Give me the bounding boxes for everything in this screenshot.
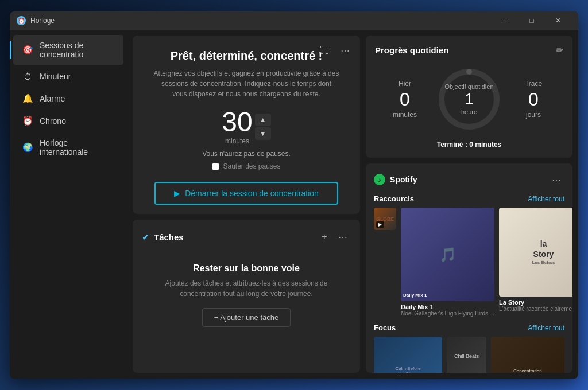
sidebar-label-minuteur: Minuteur: [40, 72, 71, 81]
donut-center: Objectif quotidien 1 heure: [445, 83, 494, 115]
shortcut-subtitle-3: L'actualité racontée clairement et...: [499, 306, 572, 312]
tasks-title: Tâches: [154, 232, 312, 242]
album-art-3: la Story Les Échos: [499, 208, 572, 297]
skip-pauses-checkbox[interactable]: [212, 163, 219, 170]
focus-card: ⛶ ⋯ Prêt, déterminé, concentré ! Atteign…: [133, 36, 360, 214]
timer-value: 30: [222, 108, 252, 136]
stat-yesterday: Hier 0 minutes: [375, 80, 435, 119]
spotify-title: Spotify: [390, 175, 548, 184]
shortcut-item-1[interactable]: GLOBE ▶: [374, 208, 396, 317]
fullscreen-icon[interactable]: ⛶: [316, 42, 332, 58]
sidebar-label-horloge: Horloge internationale: [40, 138, 114, 157]
sidebar-item-chrono[interactable]: ⏰ Chrono: [13, 110, 123, 132]
trace-unit: jours: [504, 111, 563, 119]
shortcut-img-3: la Story Les Échos: [499, 208, 572, 297]
sidebar-item-alarme[interactable]: 🔔 Alarme: [13, 88, 123, 110]
trace-label: Trace: [504, 80, 563, 88]
shortcut-img-2: 🎵 Daily Mix 1: [401, 208, 494, 301]
main-area: ⛶ ⋯ Prêt, déterminé, concentré ! Atteign…: [127, 30, 578, 379]
right-column: Progrès quotidien ✏ Hier 0 minutes: [366, 36, 572, 373]
edit-icon[interactable]: ✏: [556, 45, 563, 56]
sidebar-item-horloge[interactable]: 🌍 Horloge internationale: [13, 132, 123, 162]
close-button[interactable]: ✕: [545, 11, 571, 30]
album-art-4: Calm Beforethe Storm: [374, 337, 442, 373]
start-button-label: Démarrer la session de concentration: [185, 189, 319, 198]
play-icon: ▶: [174, 189, 180, 198]
maximize-button[interactable]: □: [519, 11, 545, 30]
progress-header: Progrès quotidien ✏: [375, 45, 563, 56]
footer-prefix: Terminé :: [437, 141, 469, 149]
alarme-icon: 🔔: [22, 93, 33, 104]
progress-donut: Objectif quotidien 1 heure: [435, 65, 504, 134]
app-icon: ⏰: [17, 16, 26, 25]
progress-card: Progrès quotidien ✏ Hier 0 minutes: [366, 36, 572, 158]
focus-row: Focus Afficher tout: [374, 323, 564, 332]
tasks-checkmark-icon: ✔: [142, 232, 149, 243]
album-art-6: ConcentrationMaximum: [491, 337, 564, 373]
focus-card-icons: ⛶ ⋯: [316, 42, 353, 58]
sidebar-label-sessions: Sessions de concentratio: [40, 41, 114, 59]
main-content: 🎯 Sessions de concentratio ⏱ Minuteur 🔔 …: [10, 30, 578, 379]
shortcut-title-2: Daily Mix 1: [401, 303, 494, 310]
timer-increment[interactable]: ▲: [255, 114, 271, 126]
shortcut-item-3[interactable]: la Story Les Échos La Story L'actualité …: [499, 208, 572, 317]
start-btn-wrapper: ▶ Démarrer la session de concentration: [142, 182, 351, 205]
progress-stats: Hier 0 minutes Objectif quotidien 1: [375, 65, 563, 134]
spotify-card: ♪ Spotify ⋯ Raccourcis Afficher tout GLO…: [366, 163, 572, 373]
goal-label: Objectif quotidien: [445, 83, 494, 90]
yesterday-value: 0: [375, 90, 435, 108]
add-task-button[interactable]: + Ajouter une tâche: [202, 308, 291, 327]
focus-item-3[interactable]: ConcentrationMaximum Concentration Maxim…: [491, 337, 564, 373]
daily-mix-badge: Daily Mix 1: [403, 292, 427, 298]
shortcuts-see-all[interactable]: Afficher tout: [528, 195, 564, 203]
tasks-header: ✔ Tâches + ⋯: [142, 229, 351, 245]
tasks-empty-desc: Ajoutez des tâches et attribuez-les à de…: [151, 278, 342, 299]
progress-title: Progrès quotidien: [375, 45, 556, 55]
shortcuts-thumbnails: GLOBE ▶ 🎵 Daily Mix 1: [374, 208, 564, 317]
focus-img-3: ConcentrationMaximum: [491, 337, 564, 373]
timer-display: 30 minutes: [222, 108, 252, 145]
timer-decrement[interactable]: ▼: [255, 127, 271, 140]
tasks-empty-title: Rester sur la bonne voie: [151, 263, 342, 274]
left-column: ⛶ ⋯ Prêt, déterminé, concentré ! Atteign…: [133, 36, 360, 373]
album-art-5: Chill Beats: [447, 337, 486, 373]
yesterday-unit: minutes: [375, 111, 435, 119]
window-controls: — □ ✕: [492, 11, 571, 30]
focus-description: Atteignez vos objectifs et gagnez en pro…: [142, 68, 351, 99]
spotify-header: ♪ Spotify ⋯: [374, 171, 564, 188]
sidebar-item-minuteur[interactable]: ⏱ Minuteur: [13, 65, 123, 87]
spotify-more-icon[interactable]: ⋯: [548, 171, 564, 188]
sidebar-label-chrono: Chrono: [40, 116, 66, 126]
focus-see-all[interactable]: Afficher tout: [528, 324, 564, 332]
play-badge-1: ▶: [376, 221, 384, 228]
sidebar-item-sessions[interactable]: 🎯 Sessions de concentratio: [13, 35, 123, 65]
stat-trace: Trace 0 jours: [504, 80, 563, 119]
more-options-icon[interactable]: ⋯: [337, 42, 353, 58]
album-art-2: 🎵 Daily Mix 1: [401, 208, 494, 301]
progress-footer: Terminé : 0 minutes: [375, 141, 563, 149]
sessions-icon: 🎯: [22, 45, 33, 55]
horloge-icon: 🌍: [22, 142, 33, 153]
goal-value: 1: [445, 91, 494, 107]
tasks-header-icons: + ⋯: [316, 229, 351, 245]
chrono-icon: ⏰: [22, 116, 33, 126]
focus-item-1[interactable]: Calm Beforethe Storm Calm Before the Sto…: [374, 337, 442, 373]
shortcuts-label: Raccourcis: [374, 194, 528, 203]
shortcut-item-2[interactable]: 🎵 Daily Mix 1 Daily Mix 1 Noel Gallagher…: [401, 208, 494, 317]
timer-control: 30 minutes ▲ ▼: [142, 108, 351, 145]
shortcut-subtitle-2: Noel Gallagher's High Flying Birds,...: [401, 310, 494, 317]
tasks-empty: Rester sur la bonne voie Ajoutez des tâc…: [142, 252, 351, 338]
focus-img-2: Chill Beats: [447, 337, 486, 373]
shortcut-img-1: GLOBE ▶: [374, 208, 396, 230]
tasks-more-icon[interactable]: ⋯: [335, 229, 351, 245]
focus-item-2[interactable]: Chill Beats Chill Beats: [447, 337, 486, 373]
add-task-icon[interactable]: +: [316, 229, 332, 245]
minimize-button[interactable]: —: [492, 11, 519, 30]
skip-pauses-row: Sauter des pauses: [142, 162, 351, 170]
goal-unit: heure: [445, 108, 494, 115]
tasks-card: ✔ Tâches + ⋯ Rester sur la bonne voie Aj…: [133, 220, 360, 373]
start-session-button[interactable]: ▶ Démarrer la session de concentration: [154, 182, 338, 205]
focus-img-1: Calm Beforethe Storm: [374, 337, 442, 373]
sidebar: 🎯 Sessions de concentratio ⏱ Minuteur 🔔 …: [10, 30, 127, 379]
focus-label: Focus: [374, 323, 528, 332]
